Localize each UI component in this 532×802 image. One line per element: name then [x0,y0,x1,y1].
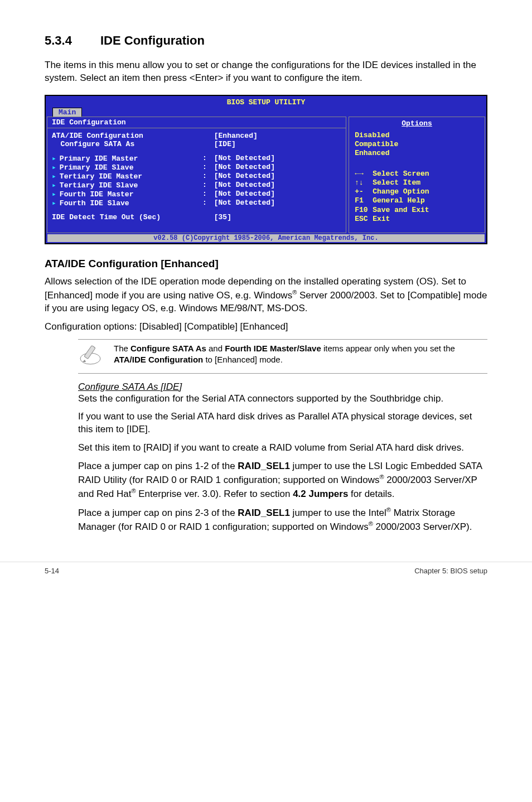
svg-marker-2 [83,360,86,362]
bios-left-header: IDE Configuration [47,117,346,128]
bios-device-row[interactable]: ▸Tertiary IDE Master:[Not Detected] [47,172,346,181]
bios-setting-value: [IDE] [214,140,341,148]
sata-p3: Set this item to [RAID] if you want to c… [78,442,487,455]
help-key: +- [355,187,373,196]
sata-p2: If you want to use the Serial ATA hard d… [78,410,487,436]
bios-option[interactable]: Compatible [355,140,479,149]
registered-icon: ® [379,474,384,480]
help-key: F10 [355,206,373,215]
bios-setting-label: ATA/IDE Configuration [52,132,202,140]
bios-device-label: Primary IDE Slave [60,163,134,172]
chapter-label: Chapter 5: BIOS setup [414,567,487,575]
bios-device-row[interactable]: ▸Tertiary IDE Slave:[Not Detected] [47,181,346,190]
bios-device-label: Fourth IDE Slave [60,199,129,207]
bios-setting-row[interactable]: ATA/IDE Configuration [Enhanced] [47,132,346,140]
submenu-arrow-icon: ▸ [52,154,60,163]
bios-setting-label: IDE Detect Time Out (Sec) [52,213,202,221]
help-text: Save and Exit [373,206,429,215]
bios-title: BIOS SETUP UTILITY [46,96,486,107]
sata-p5: Place a jumper cap on pins 2-3 of the RA… [78,506,487,533]
bios-device-row[interactable]: ▸Primary IDE Slave:[Not Detected] [47,163,346,172]
svg-rect-1 [84,345,95,359]
ata-paragraph: Allows selection of the IDE operation mo… [45,276,487,315]
sata-p1: Sets the configuration for the Serial AT… [78,393,487,405]
bios-setting-row[interactable]: IDE Detect Time Out (Sec) [35] [47,213,346,221]
submenu-arrow-icon: ▸ [52,190,60,199]
bios-device-value: [Not Detected] [214,163,341,172]
bios-footer: v02.58 (C)Copyright 1985-2006, American … [47,234,485,242]
registered-icon: ® [386,506,391,513]
bios-device-value: [Not Detected] [214,190,341,199]
section-number: 5.3.4 [45,33,100,48]
bios-right-pane: Options Disabled Compatible Enhanced ←→S… [349,117,485,233]
help-key: ←→ [355,170,373,178]
registered-icon: ® [131,487,136,494]
help-text: Select Screen [373,170,429,178]
sub-heading-ata: ATA/IDE Configuration [Enhanced] [45,258,487,270]
page-number: 5-14 [45,567,59,575]
bios-device-label: Tertiary IDE Master [60,172,142,181]
registered-icon: ® [369,520,373,527]
submenu-arrow-icon: ▸ [52,172,60,181]
help-text: General Help [373,196,425,205]
help-text: Exit [373,215,390,224]
help-text: Change Option [373,187,429,196]
bios-device-row[interactable]: ▸Fourth IDE Slave:[Not Detected] [47,199,346,207]
bios-option[interactable]: Disabled [355,131,479,140]
bios-device-label: Primary IDE Master [60,154,138,163]
bios-setting-row[interactable]: Configure SATA As [IDE] [47,140,346,148]
ata-config-options: Configuration options: [Disabled] [Compa… [45,321,487,334]
help-key: F1 [355,196,373,205]
bios-device-value: [Not Detected] [214,181,341,190]
bios-left-pane: IDE Configuration ATA/IDE Configuration … [47,117,346,233]
bios-device-value: [Not Detected] [214,199,341,207]
help-key: ↑↓ [355,178,373,187]
help-text: Select Item [373,178,420,187]
page-footer: 5-14 Chapter 5: BIOS setup [0,562,532,592]
bios-options-title: Options [349,119,485,128]
note-text: The Configure SATA As and Fourth IDE Mas… [114,343,487,366]
bios-device-label: Tertiary IDE Slave [60,181,138,190]
bios-device-row[interactable]: ▸Primary IDE Master:[Not Detected] [47,154,346,163]
submenu-arrow-icon: ▸ [52,163,60,172]
bios-setting-value: [35] [214,213,341,221]
bios-tab-main[interactable]: Main [52,108,82,117]
bios-device-label: Fourth IDE Master [60,190,134,199]
bios-device-value: [Not Detected] [214,172,341,181]
sub-heading-sata: Configure SATA As [IDE] [78,381,487,393]
bios-device-value: [Not Detected] [214,154,341,163]
bios-setting-label: Configure SATA As [52,140,202,148]
bios-option[interactable]: Enhanced [355,149,479,158]
section-title-text: IDE Configuration [100,33,205,47]
note-box: The Configure SATA As and Fourth IDE Mas… [78,339,487,374]
sata-p4: Place a jumper cap on pins 1-2 of the RA… [78,460,487,500]
section-heading: 5.3.4IDE Configuration [45,33,487,48]
submenu-arrow-icon: ▸ [52,199,60,207]
section-intro: The items in this menu allow you to set … [45,59,487,85]
bios-setting-value: [Enhanced] [214,132,341,140]
bios-window: BIOS SETUP UTILITY Main IDE Configuratio… [45,95,487,244]
bios-device-row[interactable]: ▸Fourth IDE Master:[Not Detected] [47,190,346,199]
submenu-arrow-icon: ▸ [52,181,60,190]
pencil-note-icon [78,343,103,370]
help-key: ESC [355,215,373,224]
bios-help-pane: ←→Select Screen ↑↓Select Item +-Change O… [349,158,485,228]
